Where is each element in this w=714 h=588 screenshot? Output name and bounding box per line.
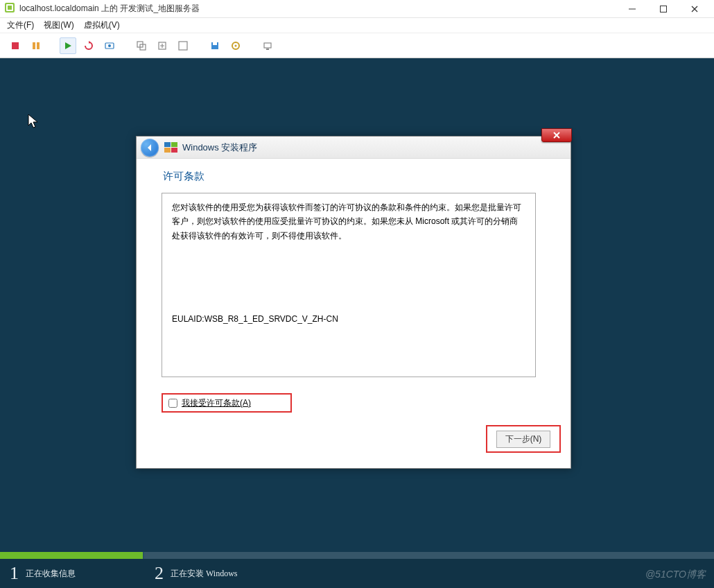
maximize-button[interactable] <box>647 0 679 18</box>
menu-file[interactable]: 文件(F) <box>7 19 34 31</box>
install-progress-fill <box>0 552 143 559</box>
svg-rect-2 <box>8 6 12 10</box>
fullscreen-icon[interactable] <box>175 37 191 54</box>
svg-rect-23 <box>266 49 269 50</box>
reset-icon[interactable] <box>80 37 97 54</box>
svg-rect-9 <box>37 42 40 49</box>
back-button[interactable] <box>141 139 159 157</box>
svg-rect-22 <box>264 43 271 48</box>
menubar: 文件(F) 视图(W) 虚拟机(V) <box>0 18 714 33</box>
dialog-header: Windows 安装程序 <box>137 137 571 159</box>
vsphere-icon <box>4 2 15 15</box>
pause-icon[interactable] <box>28 37 44 54</box>
accept-license-label[interactable]: 我接受许可条款(A) <box>182 397 251 409</box>
guest-display[interactable]: Windows 安装程序 许可条款 您对该软件的使用受您为获得该软件而签订的许可… <box>0 58 714 588</box>
devices-icon[interactable] <box>259 37 276 54</box>
vm-window-title: localhost.localdomain 上的 开发测试_地图服务器 <box>19 3 200 15</box>
play-icon[interactable] <box>60 37 76 54</box>
step-1-number: 1 <box>10 563 19 584</box>
svg-point-13 <box>108 44 111 47</box>
svg-marker-24 <box>28 114 37 128</box>
eula-paragraph: 您对该软件的使用受您为获得该软件而签订的许可协议的条款和条件的约束。如果您是批量… <box>172 200 525 243</box>
close-button[interactable] <box>679 0 710 18</box>
watermark: @51CTO博客 <box>645 569 706 581</box>
dialog-close-button[interactable] <box>541 128 572 142</box>
step-1-label: 正在收集信息 <box>26 568 76 580</box>
snapshot-manager-icon[interactable] <box>133 37 150 54</box>
windows-flag-icon <box>164 142 178 153</box>
svg-rect-17 <box>179 42 187 50</box>
svg-rect-19 <box>213 42 217 45</box>
cd-icon[interactable] <box>227 37 244 54</box>
svg-marker-25 <box>148 144 151 151</box>
revert-icon[interactable] <box>154 37 171 54</box>
eula-text-box[interactable]: 您对该软件的使用受您为获得该软件而签订的许可协议的条款和条件的约束。如果您是批量… <box>162 193 536 377</box>
next-button[interactable]: 下一步(N) <box>496 431 551 448</box>
accept-license-highlight: 我接受许可条款(A) <box>162 393 292 413</box>
windows-setup-dialog: Windows 安装程序 许可条款 您对该软件的使用受您为获得该软件而签订的许可… <box>136 136 571 469</box>
install-steps-bar: 1 正在收集信息 2 正在安装 Windows <box>0 559 714 588</box>
svg-rect-27 <box>171 142 177 147</box>
floppy-icon[interactable] <box>207 37 223 54</box>
svg-rect-7 <box>12 42 19 49</box>
minimize-button[interactable] <box>616 0 647 18</box>
toolbar <box>0 33 714 58</box>
menu-view[interactable]: 视图(W) <box>44 19 73 31</box>
vm-window-titlebar: localhost.localdomain 上的 开发测试_地图服务器 <box>0 0 714 18</box>
snapshot-icon[interactable] <box>101 37 118 54</box>
step-2-label: 正在安装 Windows <box>171 568 238 580</box>
stop-icon[interactable] <box>7 37 24 54</box>
next-button-highlight: 下一步(N) <box>486 425 561 453</box>
svg-rect-28 <box>164 148 171 153</box>
svg-rect-26 <box>164 142 171 147</box>
accept-license-checkbox[interactable] <box>168 399 177 408</box>
svg-rect-4 <box>660 6 666 12</box>
eula-id: EULAID:WSB_R8_1_ED_SRVDC_V_ZH-CN <box>172 312 525 326</box>
svg-marker-10 <box>65 42 71 49</box>
svg-rect-29 <box>171 148 177 153</box>
install-progress-bar <box>0 552 714 559</box>
mouse-cursor-icon <box>28 114 40 129</box>
menu-vm[interactable]: 虚拟机(V) <box>84 19 120 31</box>
svg-rect-8 <box>33 42 35 49</box>
step-2-number: 2 <box>155 563 164 584</box>
progress-separator <box>143 552 144 559</box>
dialog-title: Windows 安装程序 <box>182 141 257 154</box>
license-terms-heading: 许可条款 <box>163 170 546 183</box>
svg-point-21 <box>235 44 237 46</box>
